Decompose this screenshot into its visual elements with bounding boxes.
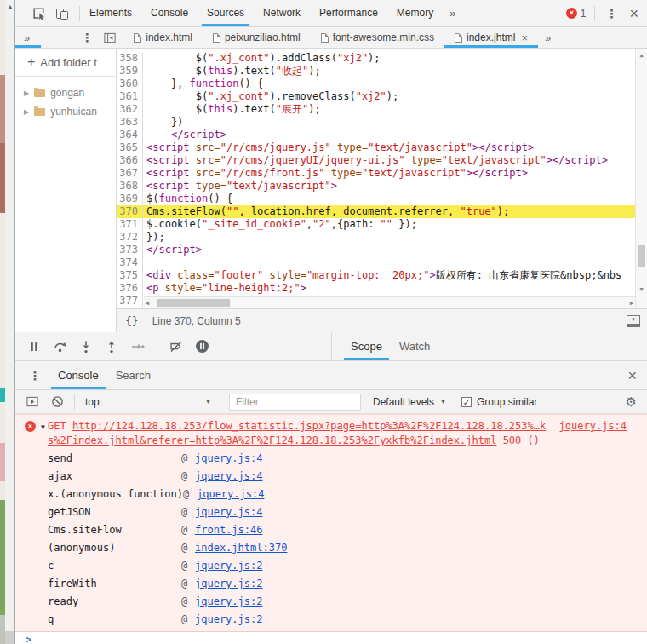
line-number[interactable]: 373	[117, 244, 143, 256]
file-tab-peixunziliao.html[interactable]: peixunziliao.html	[203, 27, 311, 48]
line-number[interactable]: 361	[117, 90, 143, 103]
frame-source-link[interactable]: front.js:46	[195, 523, 262, 538]
line-number[interactable]: 370	[117, 205, 143, 218]
code-text: $(this).text("收起");	[143, 65, 647, 78]
line-number[interactable]: 369	[117, 193, 143, 205]
log-levels-select[interactable]: Default levels ▼	[373, 396, 446, 408]
tab-scope[interactable]: Scope	[342, 332, 391, 360]
main-menu-kebab-icon[interactable]: ⋮	[605, 7, 617, 20]
expand-triangle-icon[interactable]: ▼	[41, 420, 45, 434]
sidebar-folder-gongan[interactable]: ▶gongan	[15, 83, 116, 102]
line-number[interactable]: 372	[117, 231, 143, 244]
close-devtools-icon[interactable]: ×	[629, 6, 638, 21]
line-number[interactable]: 358	[117, 52, 143, 65]
main-tab-network[interactable]: Network	[254, 0, 310, 26]
pause-script-icon[interactable]	[27, 340, 41, 354]
tab-close-icon[interactable]: ×	[521, 32, 528, 44]
devtools-panel: ElementsConsoleSourcesNetworkPerformance…	[15, 0, 647, 644]
line-number[interactable]: 375	[117, 269, 143, 282]
more-file-tabs-icon[interactable]: »	[538, 32, 558, 44]
console-sidebar-toggle-icon[interactable]	[26, 395, 39, 408]
stack-frame: c@jquery.js:2	[15, 557, 647, 575]
line-number[interactable]: 362	[117, 103, 143, 116]
frame-source-link[interactable]: jquery.js:4	[195, 505, 262, 520]
line-number[interactable]: 364	[117, 129, 143, 141]
frame-source-link[interactable]: index.jhtml:370	[195, 541, 287, 555]
panel-toggle-icon[interactable]: ▼	[627, 315, 640, 327]
line-number[interactable]: 365	[117, 141, 143, 154]
line-number[interactable]: 360	[117, 78, 143, 90]
frame-source-link[interactable]: jquery.js:4	[195, 469, 262, 484]
step-into-icon[interactable]	[79, 340, 93, 354]
frame-source-link[interactable]: jquery.js:2	[195, 577, 262, 591]
device-toolbar-icon[interactable]	[55, 7, 69, 20]
step-over-icon[interactable]	[53, 340, 67, 354]
code-editor[interactable]: 358 $(".xj_cont").addClass("xj2");359 $(…	[117, 49, 647, 308]
file-tab-index.html[interactable]: index.html	[123, 27, 203, 48]
filter-input[interactable]	[229, 394, 361, 411]
line-number[interactable]: 359	[117, 65, 143, 78]
page-scrollbar[interactable]: ▲	[5, 0, 15, 644]
scroll-down-button[interactable]	[5, 631, 14, 644]
close-drawer-icon[interactable]: ×	[627, 368, 637, 383]
add-folder-button[interactable]: + Add folder t	[15, 49, 116, 77]
line-number[interactable]: 377	[117, 295, 143, 308]
horizontal-scroll-thumb[interactable]	[157, 299, 230, 307]
frame-at: @	[183, 487, 197, 502]
step-icon[interactable]	[130, 340, 145, 354]
navigator-more-tabs-icon[interactable]: »	[15, 32, 37, 44]
line-number[interactable]: 376	[117, 282, 143, 295]
line-number[interactable]: 363	[117, 116, 143, 129]
group-similar-checkbox[interactable]: ✓	[461, 397, 472, 407]
scroll-up-arrow-icon[interactable]: ▲	[636, 52, 647, 59]
request-url-line1[interactable]: http://124.128.18.253/flow_statistic.jsp…	[72, 420, 546, 432]
main-tab-elements[interactable]: Elements	[80, 0, 141, 26]
editor-horizontal-scrollbar[interactable]: ◀ ▶	[144, 296, 635, 308]
clear-console-icon[interactable]	[51, 395, 64, 408]
line-number[interactable]: 371	[117, 218, 143, 231]
line-number[interactable]: 374	[117, 256, 143, 269]
line-number[interactable]: 368	[117, 180, 143, 193]
file-tab-font-awesome.min.css[interactable]: font-awesome.min.css	[311, 27, 444, 48]
request-url-line2[interactable]: s%2Findex.jhtml&referer=http%3A%2F%2F124…	[48, 434, 496, 446]
main-tab-performance[interactable]: Performance	[310, 0, 387, 26]
console-settings-gear-icon[interactable]: ⚙	[626, 394, 637, 410]
pretty-print-icon[interactable]: {}	[125, 314, 139, 327]
step-out-icon[interactable]	[105, 340, 118, 354]
drawer-tab-console[interactable]: Console	[49, 361, 107, 389]
main-tab-sources[interactable]: Sources	[198, 0, 254, 26]
main-tab-memory[interactable]: Memory	[387, 0, 443, 26]
file-tab-index.jhtml[interactable]: index.jhtml×	[444, 27, 538, 48]
drawer-menu-kebab-icon[interactable]: ⋮	[29, 369, 41, 382]
inspect-element-icon[interactable]	[32, 7, 45, 20]
main-tab-console[interactable]: Console	[141, 0, 198, 26]
tab-watch[interactable]: Watch	[391, 332, 438, 360]
scroll-down-arrow-icon[interactable]: ▼	[636, 286, 647, 293]
frame-source-link[interactable]: jquery.js:2	[195, 612, 262, 627]
error-source-link[interactable]: jquery.js:4	[559, 419, 627, 434]
navigator-menu-kebab-icon[interactable]: ⋮	[81, 31, 93, 44]
line-number[interactable]: 367	[117, 167, 143, 180]
scroll-left-arrow-icon[interactable]: ◀	[146, 300, 149, 307]
execution-context-select[interactable]: top ▼	[85, 396, 211, 408]
more-panels-icon[interactable]: »	[443, 7, 462, 20]
frame-source-link[interactable]: jquery.js:2	[195, 595, 262, 609]
frame-source-link[interactable]: jquery.js:4	[197, 487, 264, 502]
vertical-scroll-thumb[interactable]	[638, 245, 645, 267]
error-indicator[interactable]: × 1	[566, 8, 587, 20]
editor-vertical-scrollbar[interactable]: ▲ ▼	[635, 49, 647, 308]
line-number[interactable]: 366	[117, 154, 143, 167]
sidebar-folder-yunhuican[interactable]: ▶yunhuican	[15, 102, 116, 121]
frame-source-link[interactable]: jquery.js:2	[195, 559, 262, 573]
deactivate-breakpoints-icon[interactable]	[169, 340, 183, 354]
scroll-up-arrow-icon[interactable]: ▲	[5, 3, 15, 9]
pause-on-exceptions-icon[interactable]	[195, 339, 209, 354]
response-status: 500 ()	[496, 434, 540, 446]
drawer-tab-search[interactable]: Search	[107, 361, 159, 389]
editor-pane-toggle-icon[interactable]	[103, 32, 117, 44]
disclosure-triangle-icon[interactable]: ▶	[24, 108, 29, 116]
disclosure-triangle-icon[interactable]: ▶	[24, 89, 29, 97]
console-prompt[interactable]: >	[15, 632, 647, 644]
scroll-right-arrow-icon[interactable]: ▶	[630, 300, 633, 307]
frame-source-link[interactable]: jquery.js:4	[195, 451, 262, 466]
